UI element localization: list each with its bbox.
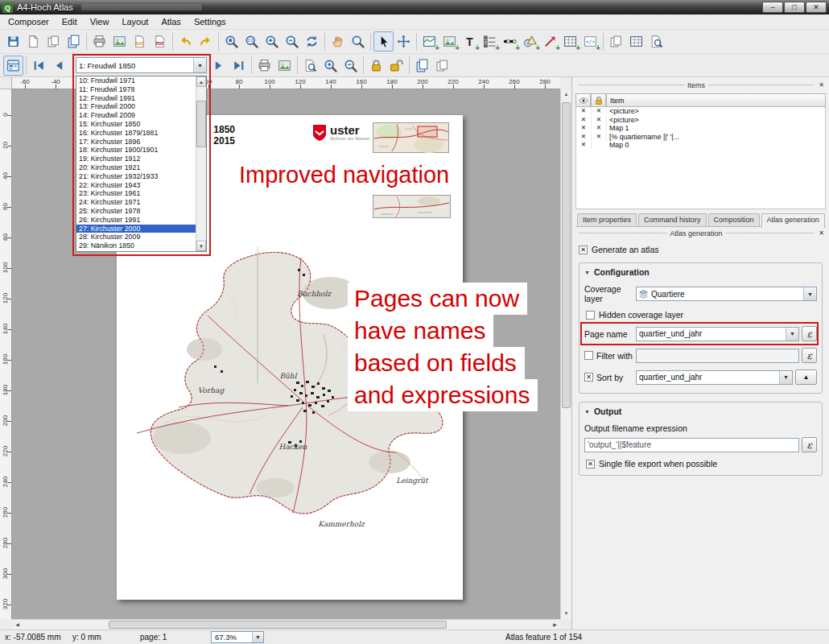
- sort-by-checkbox[interactable]: ✕: [584, 373, 593, 382]
- atlas-page-option[interactable]: 17: Kirchuster 1896: [76, 138, 196, 147]
- hidden-coverage-row[interactable]: Hidden coverage layer: [586, 310, 815, 320]
- atlas-settings-button[interactable]: [3, 56, 23, 76]
- add-html-frame-button[interactable]: +: [580, 31, 600, 52]
- item-lock-checkbox[interactable]: ✕: [592, 107, 607, 115]
- menu-view[interactable]: View: [84, 15, 116, 28]
- undo-button[interactable]: [175, 31, 196, 52]
- sort-direction-button[interactable]: ▲: [795, 369, 817, 385]
- atlas-page-option[interactable]: 12: Freudwil 1991: [76, 94, 196, 103]
- collapse-arrow-icon[interactable]: ▼: [584, 409, 590, 415]
- atlas-page-option[interactable]: 19: Kirchuster 1912: [76, 155, 196, 163]
- scroll-up-icon[interactable]: ▲: [561, 89, 571, 100]
- raise-selected-items-button[interactable]: [412, 56, 432, 76]
- export-as-pdf-button[interactable]: [150, 31, 170, 52]
- composition-manager-button[interactable]: [64, 31, 84, 52]
- refresh-view-button[interactable]: [302, 31, 322, 52]
- lock-selected-items-button[interactable]: [366, 56, 386, 76]
- move-item-content-button[interactable]: [394, 31, 414, 52]
- item-visibility-checkbox[interactable]: ✕: [576, 107, 592, 115]
- atlas-page-option[interactable]: 16: Kirchuster 1879/1881: [76, 129, 196, 138]
- atlas-page-option[interactable]: 23: Kirchuster 1961: [76, 189, 196, 198]
- atlas-page-option[interactable]: 29: Nänikon 1850: [76, 242, 196, 250]
- close-button[interactable]: ✕: [806, 2, 827, 13]
- tab-command-history[interactable]: Command history: [638, 213, 707, 226]
- chevron-down-icon[interactable]: ▼: [779, 371, 792, 384]
- next-feature-button[interactable]: [208, 56, 229, 76]
- item-lock-checkbox[interactable]: ✕: [592, 124, 607, 132]
- tab-item-properties[interactable]: Item properties: [577, 213, 637, 226]
- chevron-down-icon[interactable]: ▼: [193, 58, 206, 72]
- export-atlas-as-image-button[interactable]: [274, 56, 295, 76]
- atlas-page-option[interactable]: 10: Freudwil 1971: [76, 76, 196, 85]
- atlas-page-option[interactable]: 21: Kirchuster 1932/1933: [76, 172, 196, 181]
- lower-selected-items-button[interactable]: [432, 56, 452, 76]
- chevron-down-icon[interactable]: ▼: [786, 328, 798, 341]
- filter-with-input[interactable]: [636, 349, 799, 363]
- atlas-page-option[interactable]: 14: Freudwil 2009: [76, 111, 196, 120]
- last-feature-button[interactable]: [229, 56, 249, 76]
- menu-edit[interactable]: Edit: [56, 15, 84, 28]
- page-name-combo[interactable]: quartier_und_jahr ▼: [636, 327, 799, 341]
- group-items-button[interactable]: [606, 31, 626, 52]
- atlas-page-option[interactable]: 25: Kirchuster 1978: [76, 207, 196, 216]
- item-row[interactable]: ✕✕<picture>: [576, 107, 825, 116]
- atlas-page-option[interactable]: 15: Kirchuster 1850: [76, 120, 196, 129]
- menu-layout[interactable]: Layout: [115, 15, 155, 28]
- zoom-tool-button[interactable]: [348, 31, 368, 52]
- atlas-page-option[interactable]: 22: Kirchuster 1943: [76, 181, 196, 190]
- scrollbar-thumb[interactable]: [109, 621, 447, 629]
- new-composition-button[interactable]: [23, 31, 43, 52]
- filter-with-checkbox[interactable]: [584, 351, 593, 360]
- zoom-full-button[interactable]: [221, 31, 241, 52]
- output-group-title[interactable]: ▼ Output: [584, 407, 817, 416]
- zoom-out-preview-button[interactable]: [340, 56, 361, 76]
- generate-atlas-checkbox[interactable]: ✕: [579, 246, 588, 254]
- item-row[interactable]: ✕Map 0: [576, 141, 825, 150]
- print-atlas-button[interactable]: [254, 56, 274, 76]
- scroll-down-icon[interactable]: ▼: [561, 609, 571, 619]
- zoom-100-button[interactable]: [241, 31, 262, 52]
- item-row[interactable]: ✕✕Map 1: [576, 124, 825, 133]
- add-arrow-button[interactable]: +: [540, 31, 560, 52]
- menu-atlas[interactable]: Atlas: [155, 15, 187, 28]
- print-button[interactable]: [89, 31, 109, 52]
- select-move-item-button[interactable]: [373, 31, 394, 52]
- export-as-svg-button[interactable]: [130, 31, 150, 52]
- page-name-expression-button[interactable]: ε: [802, 326, 817, 341]
- lock-column-header[interactable]: [591, 93, 606, 107]
- previous-feature-button[interactable]: [49, 56, 69, 76]
- zoom-in-button[interactable]: [262, 31, 282, 52]
- add-label-button[interactable]: +: [460, 31, 480, 52]
- collapse-arrow-icon[interactable]: ▼: [584, 270, 590, 275]
- output-expression-button[interactable]: ε: [802, 437, 817, 452]
- menu-composer[interactable]: Composer: [2, 15, 56, 28]
- atlas-page-option[interactable]: 26: Kirchuster 1991: [76, 216, 196, 225]
- scrollbar-thumb[interactable]: [196, 101, 206, 147]
- filter-expression-button[interactable]: ε: [802, 348, 817, 363]
- atlas-page-option[interactable]: 27: Kirchuster 2000: [76, 225, 196, 233]
- zoom-combo[interactable]: 67.3% ▼: [211, 631, 264, 643]
- atlas-page-option[interactable]: 28: Kirchuster 2009: [76, 233, 196, 242]
- attribute-table-view-button[interactable]: [626, 31, 646, 52]
- close-icon[interactable]: ✕: [817, 229, 826, 237]
- scroll-down-icon[interactable]: ▼: [196, 241, 206, 251]
- single-file-checkbox[interactable]: ✕: [586, 460, 595, 469]
- atlas-page-option[interactable]: 18: Kirchuster 1900/1901: [76, 146, 196, 155]
- close-icon[interactable]: ✕: [817, 81, 826, 89]
- configuration-group-title[interactable]: ▼ Configuration: [584, 267, 817, 277]
- coverage-layer-combo[interactable]: Quartiere ▼: [636, 287, 817, 301]
- canvas-vertical-scrollbar[interactable]: ▲ ▼: [560, 89, 571, 619]
- item-lock-checkbox[interactable]: ✕: [592, 116, 607, 124]
- item-column-header[interactable]: Item: [606, 93, 826, 107]
- sort-by-combo[interactable]: quartier_und_jahr ▼: [636, 370, 793, 385]
- redo-button[interactable]: [196, 31, 216, 52]
- zoom-out-button[interactable]: [282, 31, 302, 52]
- item-visibility-checkbox[interactable]: ✕: [576, 116, 592, 124]
- expression-help-button[interactable]: [646, 31, 666, 52]
- preview-atlas-button[interactable]: [300, 56, 320, 76]
- scrollbar-thumb[interactable]: [562, 102, 571, 408]
- item-row[interactable]: ✕✕<picture>: [576, 116, 825, 125]
- items-list[interactable]: ✕✕<picture>✕✕<picture>✕✕Map 1✕✕[% quarti…: [575, 107, 826, 209]
- pan-button[interactable]: [328, 31, 348, 52]
- chevron-down-icon[interactable]: ▼: [803, 287, 816, 300]
